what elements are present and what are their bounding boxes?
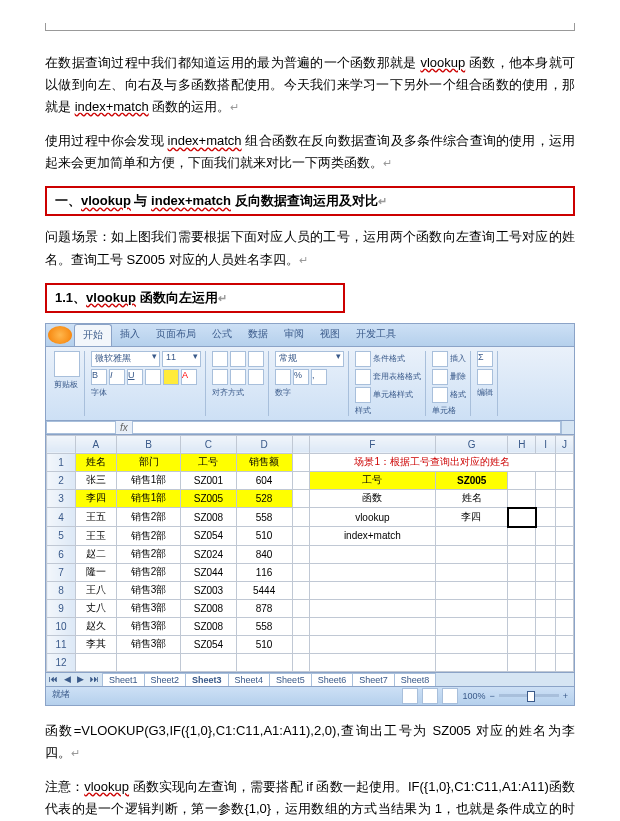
underline-icon[interactable]: U: [127, 369, 143, 385]
tab-insert[interactable]: 插入: [112, 324, 148, 346]
fx-icon[interactable]: fx: [116, 421, 132, 434]
cell-style-icon[interactable]: [355, 387, 371, 403]
intro-para-1: 在数据查询过程中我们都知道运用的最为普遍的一个函数那就是 vlookup 函数，…: [45, 52, 575, 118]
intro-para-2: 使用过程中你会发现 index+match 组合函数在反向数据查询及多条件综合查…: [45, 130, 575, 174]
group-cells: 插入 删除 格式 单元格: [428, 351, 471, 416]
tab-data[interactable]: 数据: [240, 324, 276, 346]
group-number: 常规 %, 数字: [271, 351, 349, 416]
group-styles: 条件格式 套用表格格式 单元格样式 样式: [351, 351, 426, 416]
align-right-icon[interactable]: [248, 369, 264, 385]
tab-formula[interactable]: 公式: [204, 324, 240, 346]
ribbon-toolbar: 剪贴板 微软雅黑11 BIUA 字体 对齐方式 常规 %, 数字 条件格式 套用…: [46, 347, 574, 421]
heading-1: 一、vlookup 与 index+match 反向数据查询运用及对比: [45, 186, 575, 216]
group-clipboard: 剪贴板: [50, 351, 85, 416]
align-mid-icon[interactable]: [230, 351, 246, 367]
number-format[interactable]: 常规: [275, 351, 344, 367]
group-align: 对齐方式: [208, 351, 269, 416]
status-bar: 就绪 100% − +: [46, 686, 574, 705]
sort-icon[interactable]: [477, 369, 493, 385]
zoom-slider[interactable]: [499, 694, 559, 697]
excel-screenshot: 开始 插入 页面布局 公式 数据 审阅 视图 开发工具 剪贴板 微软雅黑11 B…: [45, 323, 575, 706]
formula-bar: fx: [46, 421, 574, 435]
sheet-tab[interactable]: Sheet7: [352, 673, 395, 686]
align-center-icon[interactable]: [230, 369, 246, 385]
align-left-icon[interactable]: [212, 369, 228, 385]
sum-icon[interactable]: Σ: [477, 351, 493, 367]
spreadsheet-grid[interactable]: ABCDFGHIJ 1姓名部门工号销售额场景1：根据工号查询出对应的姓名 2张三…: [46, 435, 574, 672]
zoom-out-icon[interactable]: −: [489, 691, 494, 701]
tab-view[interactable]: 视图: [312, 324, 348, 346]
align-bot-icon[interactable]: [248, 351, 264, 367]
currency-icon[interactable]: [275, 369, 291, 385]
view-layout-icon[interactable]: [422, 688, 438, 704]
prev-sheet-icon[interactable]: ◀: [61, 673, 74, 686]
align-top-icon[interactable]: [212, 351, 228, 367]
formula-1: 函数=VLOOKUP(G3,IF({1,0},C1:C11,A1:A11),2,…: [45, 720, 575, 764]
sheet-tab[interactable]: Sheet3: [185, 673, 229, 686]
size-select[interactable]: 11: [162, 351, 201, 367]
ribbon-tabs: 开始 插入 页面布局 公式 数据 审阅 视图 开发工具: [46, 324, 574, 347]
border-icon[interactable]: [145, 369, 161, 385]
note-1: 注意：vlookup 函数实现向左查询，需要搭配 if 函数一起使用。IF({1…: [45, 776, 575, 821]
tab-layout[interactable]: 页面布局: [148, 324, 204, 346]
first-sheet-icon[interactable]: ⏮: [46, 673, 61, 686]
next-sheet-icon[interactable]: ▶: [74, 673, 87, 686]
sheet-tab[interactable]: Sheet8: [394, 673, 437, 686]
comma-icon[interactable]: ,: [311, 369, 327, 385]
view-break-icon[interactable]: [442, 688, 458, 704]
group-edit: Σ 编辑: [473, 351, 498, 416]
office-button[interactable]: [48, 326, 72, 344]
cond-format-icon[interactable]: [355, 351, 371, 367]
zoom-in-icon[interactable]: +: [563, 691, 568, 701]
table-format-icon[interactable]: [355, 369, 371, 385]
font-color-icon[interactable]: A: [181, 369, 197, 385]
font-select[interactable]: 微软雅黑: [91, 351, 160, 367]
tab-home[interactable]: 开始: [74, 324, 112, 346]
percent-icon[interactable]: %: [293, 369, 309, 385]
sheet-tab[interactable]: Sheet1: [102, 673, 145, 686]
bold-icon[interactable]: B: [91, 369, 107, 385]
sheet-tab[interactable]: Sheet6: [311, 673, 354, 686]
sheet-tab[interactable]: Sheet4: [228, 673, 271, 686]
last-sheet-icon[interactable]: ⏭: [87, 673, 102, 686]
view-normal-icon[interactable]: [402, 688, 418, 704]
tab-review[interactable]: 审阅: [276, 324, 312, 346]
insert-icon[interactable]: [432, 351, 448, 367]
sheet-tab[interactable]: Sheet2: [144, 673, 187, 686]
name-box[interactable]: [46, 421, 116, 434]
format-icon[interactable]: [432, 387, 448, 403]
heading-1-1: 1.1、vlookup 函数向左运用: [45, 283, 345, 313]
sheet-tabs: ⏮ ◀ ▶ ⏭ Sheet1 Sheet2 Sheet3 Sheet4 Shee…: [46, 672, 574, 686]
tab-dev[interactable]: 开发工具: [348, 324, 404, 346]
scenario-para: 问题场景：如上图我们需要根据下面对应人员的工号，运用两个函数向左查询工号对应的姓…: [45, 226, 575, 270]
fill-icon[interactable]: [163, 369, 179, 385]
paste-icon[interactable]: [54, 351, 80, 377]
group-font: 微软雅黑11 BIUA 字体: [87, 351, 206, 416]
sheet-tab[interactable]: Sheet5: [269, 673, 312, 686]
italic-icon[interactable]: I: [109, 369, 125, 385]
formula-input[interactable]: [132, 421, 561, 434]
delete-icon[interactable]: [432, 369, 448, 385]
